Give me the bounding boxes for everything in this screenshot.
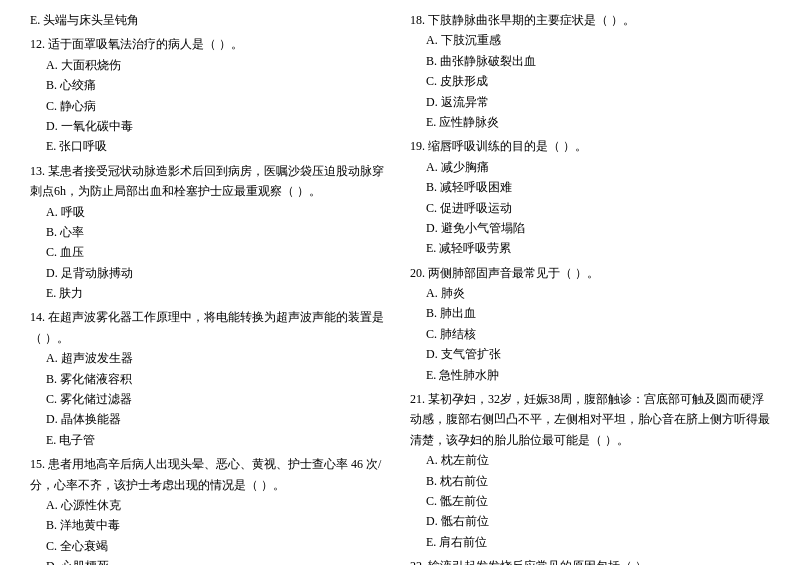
option: E. 急性肺水肿	[410, 365, 770, 385]
option: D. 返流异常	[410, 92, 770, 112]
option: C. 全心衰竭	[30, 536, 390, 556]
question-title: 13. 某患者接受冠状动脉造影术后回到病房，医嘱沙袋压迫股动脉穿刺点6h，为防止…	[30, 161, 390, 202]
question-title: 18. 下肢静脉曲张早期的主要症状是（ ）。	[410, 10, 770, 30]
question-block: E. 头端与床头呈钝角	[30, 10, 390, 30]
option: C. 骶左前位	[410, 491, 770, 511]
option: D. 避免小气管塌陷	[410, 218, 770, 238]
option: C. 促进呼吸运动	[410, 198, 770, 218]
option: A. 减少胸痛	[410, 157, 770, 177]
question-title: 21. 某初孕妇，32岁，妊娠38周，腹部触诊：宫底部可触及圆而硬浮动感，腹部右…	[410, 389, 770, 450]
question-title: 15. 患者用地高辛后病人出现头晕、恶心、黄视、护士查心率 46 次/分，心率不…	[30, 454, 390, 495]
option: D. 晶体换能器	[30, 409, 390, 429]
option: D. 支气管扩张	[410, 344, 770, 364]
question-title: 14. 在超声波雾化器工作原理中，将电能转换为超声波声能的装置是（ ）。	[30, 307, 390, 348]
question-block: 14. 在超声波雾化器工作原理中，将电能转换为超声波声能的装置是（ ）。A. 超…	[30, 307, 390, 450]
option: E. 减轻呼吸劳累	[410, 238, 770, 258]
question-block: 13. 某患者接受冠状动脉造影术后回到病房，医嘱沙袋压迫股动脉穿刺点6h，为防止…	[30, 161, 390, 304]
option: A. 枕左前位	[410, 450, 770, 470]
option: B. 减轻呼吸困难	[410, 177, 770, 197]
question-block: 19. 缩唇呼吸训练的目的是（ ）。A. 减少胸痛B. 减轻呼吸困难C. 促进呼…	[410, 136, 770, 258]
option: C. 皮肤形成	[410, 71, 770, 91]
option: A. 肺炎	[410, 283, 770, 303]
question-title: 20. 两侧肺部固声音最常见于（ ）。	[410, 263, 770, 283]
option: A. 心源性休克	[30, 495, 390, 515]
question-block: 21. 某初孕妇，32岁，妊娠38周，腹部触诊：宫底部可触及圆而硬浮动感，腹部右…	[410, 389, 770, 552]
option: E. 肩右前位	[410, 532, 770, 552]
option: E. 应性静脉炎	[410, 112, 770, 132]
question-block: 18. 下肢静脉曲张早期的主要症状是（ ）。A. 下肢沉重感B. 曲张静脉破裂出…	[410, 10, 770, 132]
option: B. 曲张静脉破裂出血	[410, 51, 770, 71]
option: B. 洋地黄中毒	[30, 515, 390, 535]
option: B. 肺出血	[410, 303, 770, 323]
option: A. 呼吸	[30, 202, 390, 222]
option: E. 电子管	[30, 430, 390, 450]
question-block: 12. 适于面罩吸氧法治疗的病人是（ ）。A. 大面积烧伤B. 心绞痛C. 静心…	[30, 34, 390, 156]
left-column: E. 头端与床头呈钝角12. 适于面罩吸氧法治疗的病人是（ ）。A. 大面积烧伤…	[30, 10, 390, 565]
option: D. 一氧化碳中毒	[30, 116, 390, 136]
question-title: E. 头端与床头呈钝角	[30, 10, 390, 30]
option: E. 张口呼吸	[30, 136, 390, 156]
option: D. 骶右前位	[410, 511, 770, 531]
option: C. 静心病	[30, 96, 390, 116]
option: E. 肤力	[30, 283, 390, 303]
question-block: 20. 两侧肺部固声音最常见于（ ）。A. 肺炎B. 肺出血C. 肺结核D. 支…	[410, 263, 770, 385]
question-title: 12. 适于面罩吸氧法治疗的病人是（ ）。	[30, 34, 390, 54]
question-block: 22. 输液引起发发烧反应常见的原因包括（ ）。A. 输入的液体量过多B. 输液…	[410, 556, 770, 565]
option: A. 超声波发生器	[30, 348, 390, 368]
question-block: 15. 患者用地高辛后病人出现头晕、恶心、黄视、护士查心率 46 次/分，心率不…	[30, 454, 390, 565]
question-title: 22. 输液引起发发烧反应常见的原因包括（ ）。	[410, 556, 770, 565]
option: B. 心率	[30, 222, 390, 242]
option: C. 肺结核	[410, 324, 770, 344]
option: B. 雾化储液容积	[30, 369, 390, 389]
option: D. 心肌梗死	[30, 556, 390, 565]
option: C. 雾化储过滤器	[30, 389, 390, 409]
option: D. 足背动脉搏动	[30, 263, 390, 283]
option: A. 下肢沉重感	[410, 30, 770, 50]
option: B. 枕右前位	[410, 471, 770, 491]
question-title: 19. 缩唇呼吸训练的目的是（ ）。	[410, 136, 770, 156]
option: A. 大面积烧伤	[30, 55, 390, 75]
option: C. 血压	[30, 242, 390, 262]
option: B. 心绞痛	[30, 75, 390, 95]
main-content: E. 头端与床头呈钝角12. 适于面罩吸氧法治疗的病人是（ ）。A. 大面积烧伤…	[30, 10, 770, 565]
right-column: 18. 下肢静脉曲张早期的主要症状是（ ）。A. 下肢沉重感B. 曲张静脉破裂出…	[410, 10, 770, 565]
